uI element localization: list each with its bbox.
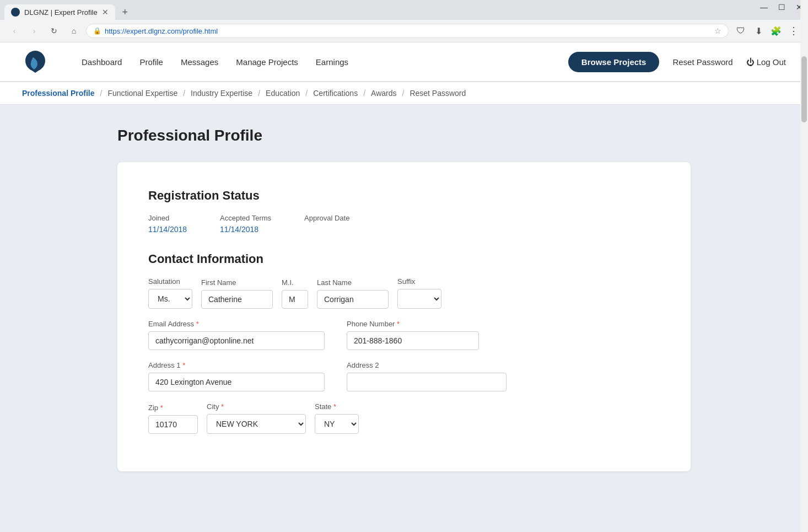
- address2-col: Address 2: [347, 361, 507, 391]
- salutation-label: Salutation: [148, 277, 192, 286]
- breadcrumb-sep-5: /: [363, 89, 365, 98]
- joined-field: Joined 11/14/2018: [148, 214, 187, 234]
- address2-input[interactable]: [347, 373, 507, 391]
- home-button[interactable]: ⌂: [66, 23, 82, 39]
- first-name-input[interactable]: [201, 290, 273, 309]
- last-name-label: Last Name: [317, 278, 389, 287]
- log-out-button[interactable]: ⏻ Log Out: [746, 57, 786, 67]
- breadcrumb: Professional Profile / Functional Expert…: [0, 82, 808, 105]
- tab-close-button[interactable]: ✕: [102, 8, 109, 17]
- minimize-button[interactable]: —: [755, 0, 773, 14]
- address1-col: Address 1 *: [148, 361, 325, 391]
- extension-icon[interactable]: 🧩: [768, 23, 784, 39]
- joined-value: 11/14/2018: [148, 225, 187, 234]
- nav-messages[interactable]: Messages: [181, 57, 218, 67]
- name-row: Salutation Ms. Mr. Mrs. Dr. First Name M…: [148, 277, 660, 309]
- profile-card: Registration Status Joined 11/14/2018 Ac…: [117, 162, 691, 471]
- shield-icon[interactable]: 🛡: [733, 23, 748, 39]
- maximize-button[interactable]: ☐: [773, 0, 790, 14]
- nav-right: Browse Projects Reset Password ⏻ Log Out: [568, 52, 786, 72]
- bookmark-icon[interactable]: ☆: [714, 26, 721, 35]
- nav-manage-projects[interactable]: Manage Projects: [236, 57, 298, 67]
- breadcrumb-sep-4: /: [305, 89, 308, 98]
- breadcrumb-industry-expertise[interactable]: Industry Expertise: [191, 89, 252, 98]
- address-bar[interactable]: 🔒 https://expert.dlgnz.com/profile.html …: [86, 24, 729, 38]
- app-nav: Dashboard Profile Messages Manage Projec…: [0, 42, 808, 82]
- scrollbar[interactable]: [800, 0, 808, 532]
- zip-group: Zip *: [148, 404, 198, 434]
- breadcrumb-education[interactable]: Education: [266, 89, 300, 98]
- mi-group: M.I.: [282, 278, 308, 309]
- state-select[interactable]: NY NJ CA TX: [315, 414, 359, 434]
- lock-icon: 🔒: [93, 27, 101, 35]
- breadcrumb-sep-3: /: [258, 89, 260, 98]
- mi-input[interactable]: [282, 290, 308, 309]
- breadcrumb-awards[interactable]: Awards: [371, 89, 396, 98]
- reset-password-nav-link[interactable]: Reset Password: [672, 57, 732, 67]
- breadcrumb-sep-6: /: [402, 89, 404, 98]
- mi-label: M.I.: [282, 278, 308, 287]
- approval-date-field: Approval Date: [304, 214, 349, 224]
- menu-button[interactable]: ⋮: [786, 23, 801, 39]
- main-content: Professional Profile Registration Status…: [73, 105, 735, 493]
- suffix-group: Suffix Jr. Sr. II: [397, 277, 441, 309]
- email-label: Email Address *: [148, 320, 325, 328]
- nav-profile[interactable]: Profile: [139, 57, 163, 67]
- breadcrumb-sep-2: /: [183, 89, 185, 98]
- browse-projects-button[interactable]: Browse Projects: [568, 52, 660, 72]
- state-group: State * NY NJ CA TX: [315, 402, 359, 434]
- address2-label: Address 2: [347, 361, 507, 369]
- suffix-select[interactable]: Jr. Sr. II: [397, 289, 441, 309]
- address-row: Address 1 * Address 2: [148, 361, 660, 391]
- accepted-terms-value: 11/14/2018: [220, 225, 258, 234]
- breadcrumb-certifications[interactable]: Certifications: [313, 89, 358, 98]
- nav-links: Dashboard Profile Messages Manage Projec…: [82, 57, 546, 67]
- suffix-label: Suffix: [397, 277, 441, 286]
- email-phone-row: Email Address * Phone Number *: [148, 320, 660, 350]
- url-text: https://expert.dlgnz.com/profile.html: [105, 27, 711, 35]
- approval-date-label: Approval Date: [304, 214, 349, 222]
- address1-label: Address 1 *: [148, 361, 325, 369]
- accepted-terms-field: Accepted Terms 11/14/2018: [220, 214, 271, 234]
- email-group: Email Address *: [148, 320, 325, 350]
- city-label: City *: [207, 402, 306, 411]
- salutation-select[interactable]: Ms. Mr. Mrs. Dr.: [148, 289, 192, 309]
- scrollbar-thumb[interactable]: [801, 56, 807, 122]
- address2-group: Address 2: [347, 361, 507, 391]
- registration-status-row: Joined 11/14/2018 Accepted Terms 11/14/2…: [148, 214, 660, 234]
- accepted-terms-label: Accepted Terms: [220, 214, 271, 222]
- salutation-group: Salutation Ms. Mr. Mrs. Dr.: [148, 277, 192, 309]
- address1-input[interactable]: [148, 373, 325, 391]
- last-name-input[interactable]: [317, 290, 389, 309]
- zip-city-state-row: Zip * City * NEW YORK State * NY NJ CA T…: [148, 402, 660, 434]
- state-label: State *: [315, 402, 359, 411]
- phone-col: Phone Number *: [347, 320, 479, 350]
- refresh-button[interactable]: ↻: [46, 23, 62, 39]
- nav-dashboard[interactable]: Dashboard: [82, 57, 122, 67]
- joined-label: Joined: [148, 214, 187, 222]
- breadcrumb-professional-profile[interactable]: Professional Profile: [22, 89, 94, 98]
- registration-status-title: Registration Status: [148, 189, 660, 203]
- address1-group: Address 1 *: [148, 361, 325, 391]
- phone-group: Phone Number *: [347, 320, 479, 350]
- forward-button[interactable]: ›: [26, 23, 42, 39]
- city-group: City * NEW YORK: [207, 402, 306, 434]
- app-logo: [22, 49, 49, 75]
- breadcrumb-reset-password[interactable]: Reset Password: [410, 89, 466, 98]
- contact-information-title: Contact Information: [148, 252, 660, 266]
- nav-earnings[interactable]: Earnings: [316, 57, 348, 67]
- browser-tab[interactable]: DLGNZ | Expert Profile ✕: [4, 4, 115, 20]
- zip-input[interactable]: [148, 415, 198, 434]
- back-button[interactable]: ‹: [7, 23, 22, 39]
- breadcrumb-functional-expertise[interactable]: Functional Expertise: [107, 89, 177, 98]
- tab-title: DLGNZ | Expert Profile: [24, 8, 98, 17]
- download-icon[interactable]: ⬇: [751, 23, 766, 39]
- last-name-group: Last Name: [317, 278, 389, 309]
- city-select[interactable]: NEW YORK: [207, 414, 306, 434]
- power-icon: ⏻: [746, 57, 755, 67]
- phone-input[interactable]: [347, 331, 479, 350]
- email-input[interactable]: [148, 331, 325, 350]
- phone-label: Phone Number *: [347, 320, 479, 328]
- new-tab-button[interactable]: +: [117, 4, 133, 20]
- first-name-label: First Name: [201, 278, 273, 287]
